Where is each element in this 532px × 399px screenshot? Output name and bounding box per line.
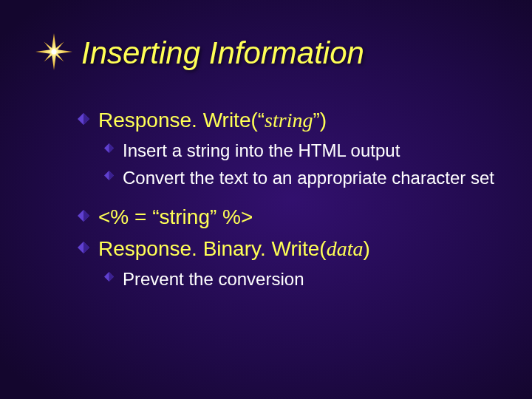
- svg-marker-10: [83, 210, 89, 222]
- bullet-text: Prevent the conversion: [123, 267, 304, 290]
- svg-marker-4: [83, 113, 89, 125]
- svg-marker-14: [109, 272, 115, 282]
- bullet-text: Response. Write(“string”): [98, 107, 327, 133]
- bullet-text: Insert a string into the HTML output: [123, 139, 400, 162]
- bullet-l1: Response. Binary. Write(data): [78, 236, 502, 262]
- bullet-l2: Prevent the conversion: [104, 267, 502, 290]
- diamond-bullet-icon: [78, 210, 89, 222]
- diamond-bullet-icon: [78, 113, 89, 125]
- diamond-bullet-icon: [104, 143, 114, 153]
- svg-marker-12: [83, 242, 89, 253]
- bullet-text: <% = “string” %>: [98, 204, 253, 230]
- bullet-l1: <% = “string” %>: [78, 204, 502, 230]
- slide-body: Response. Write(“string”) Insert a strin…: [78, 107, 502, 296]
- svg-point-2: [52, 50, 57, 55]
- bullet-text: Convert the text to an appropriate chara…: [123, 166, 494, 189]
- diamond-bullet-icon: [104, 272, 114, 282]
- slide-title: Inserting Information: [81, 35, 364, 71]
- bullet-l2: Convert the text to an appropriate chara…: [104, 166, 502, 189]
- decorative-star-icon: [35, 33, 72, 70]
- svg-marker-6: [109, 143, 115, 153]
- svg-marker-8: [109, 171, 115, 180]
- diamond-bullet-icon: [104, 171, 114, 180]
- bullet-text: Response. Binary. Write(data): [98, 236, 370, 262]
- bullet-l2: Insert a string into the HTML output: [104, 139, 502, 162]
- bullet-l1: Response. Write(“string”): [78, 107, 502, 133]
- diamond-bullet-icon: [78, 242, 89, 253]
